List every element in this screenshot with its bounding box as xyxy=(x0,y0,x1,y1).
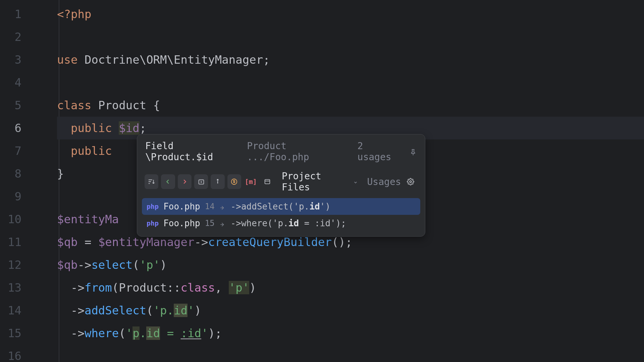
usage-result-row[interactable]: php Foo.php 14 ->addSelect('p.id') xyxy=(142,198,420,215)
popup-header: Field \Product.$id Product .../Foo.php 2… xyxy=(137,134,425,168)
line-number[interactable]: 2 xyxy=(0,25,36,48)
line-gutter: 1 2 3 4 5 6 7 8 9 10 11 12 13 14 15 16 xyxy=(0,0,37,362)
php-badge-icon: php xyxy=(147,202,159,210)
line-number[interactable]: 7 xyxy=(0,139,36,162)
tool-dollar-icon[interactable] xyxy=(227,174,241,189)
code-line[interactable]: class Product { xyxy=(57,94,644,117)
usage-count: 2 usages xyxy=(358,140,401,163)
line-number[interactable]: 16 xyxy=(0,345,36,362)
scope-label: Project Files xyxy=(282,171,351,193)
variable: $entityManager xyxy=(98,235,195,249)
line-number[interactable]: 3 xyxy=(0,48,36,71)
line-number[interactable]: 15 xyxy=(0,322,36,345)
result-filename: Foo.php xyxy=(163,218,200,228)
tool-read-icon[interactable] xyxy=(161,174,175,189)
usage-result-row[interactable]: php Foo.php 15 ->where('p.id = :id'); xyxy=(142,215,420,232)
chevron-down-icon xyxy=(353,176,358,187)
line-number[interactable]: 10 xyxy=(0,208,36,231)
popup-title: Field \Product.$id xyxy=(145,140,244,163)
php-open-tag: <?php xyxy=(57,7,91,21)
tool-preview-icon[interactable] xyxy=(261,174,274,189)
result-line: 15 xyxy=(205,219,215,228)
tool-info-icon[interactable] xyxy=(211,174,224,189)
code-line[interactable]: ->from(Product::class, 'p') xyxy=(57,276,644,299)
gear-icon[interactable] xyxy=(404,174,418,189)
usages-label: Usages xyxy=(367,176,401,187)
method-from: from xyxy=(85,281,112,294)
result-snippet: ->where('p.id = :id'); xyxy=(231,218,346,228)
line-number[interactable]: 6 xyxy=(0,117,36,139)
line-number[interactable]: 13 xyxy=(0,276,36,299)
class-name: Product xyxy=(98,99,146,112)
svg-rect-5 xyxy=(265,180,270,184)
code-line[interactable]: $qb->select('p') xyxy=(57,253,644,276)
method-select: select xyxy=(91,258,132,272)
code-line[interactable]: ->where('p.id = :id'); xyxy=(57,322,644,345)
keyword-public: public xyxy=(71,144,112,158)
result-snippet: ->addSelect('p.id') xyxy=(231,201,330,212)
line-number[interactable]: 1 xyxy=(0,3,36,25)
tool-import-icon[interactable] xyxy=(194,174,208,189)
find-usages-popup: Field \Product.$id Product .../Foo.php 2… xyxy=(137,134,425,237)
variable: $qb xyxy=(57,258,77,272)
scope-dropdown[interactable]: Project Files xyxy=(282,171,359,193)
tool-sort-icon[interactable] xyxy=(145,174,158,189)
code-line[interactable]: use Doctrine\ORM\EntityManager; xyxy=(57,48,644,71)
line-number[interactable]: 8 xyxy=(0,162,36,185)
svg-point-3 xyxy=(217,179,218,180)
line-number[interactable]: 11 xyxy=(0,231,36,253)
code-line[interactable]: <?php xyxy=(57,3,644,25)
string: 'p' xyxy=(140,258,160,272)
code-line[interactable] xyxy=(57,25,644,48)
line-number[interactable]: 5 xyxy=(0,94,36,117)
line-number[interactable]: 12 xyxy=(0,253,36,276)
php-badge-icon: php xyxy=(147,219,159,227)
method-call: createQueryBuilder xyxy=(208,235,331,249)
variable: $entityMa xyxy=(57,213,119,226)
navigate-icon xyxy=(219,220,226,227)
string: 'p' xyxy=(229,281,249,294)
tool-method-icon[interactable]: [m] xyxy=(244,174,258,189)
popup-toolbar: [m] Project Files Usages xyxy=(137,168,425,198)
line-number[interactable]: 14 xyxy=(0,299,36,322)
code-line[interactable] xyxy=(57,71,644,94)
string: 'p.id = :id' xyxy=(126,326,208,340)
const-class: class xyxy=(181,281,215,294)
line-number[interactable]: 9 xyxy=(0,185,36,208)
class-ref: Product xyxy=(119,281,167,294)
pin-icon[interactable] xyxy=(409,147,417,156)
variable: $qb xyxy=(57,235,77,249)
method-where: where xyxy=(85,326,119,340)
line-number[interactable]: 4 xyxy=(0,71,36,94)
method-addselect: addSelect xyxy=(85,304,146,317)
variable-id: $id xyxy=(119,121,139,135)
code-line[interactable]: ->addSelect('p.id') xyxy=(57,299,644,322)
string: 'p.id' xyxy=(153,304,195,317)
tool-write-icon[interactable] xyxy=(178,174,192,189)
code-line[interactable] xyxy=(57,345,644,362)
svg-point-7 xyxy=(410,181,412,183)
keyword-public: public xyxy=(71,121,112,135)
result-line: 14 xyxy=(205,202,215,211)
keyword-class: class xyxy=(57,99,91,112)
namespace: Doctrine\ORM\EntityManager xyxy=(85,53,263,66)
navigate-icon xyxy=(219,203,226,210)
keyword-use: use xyxy=(57,53,77,66)
popup-subtitle: Product .../Foo.php xyxy=(247,140,351,163)
usage-results: php Foo.php 14 ->addSelect('p.id') php F… xyxy=(137,198,425,236)
result-filename: Foo.php xyxy=(163,201,200,212)
